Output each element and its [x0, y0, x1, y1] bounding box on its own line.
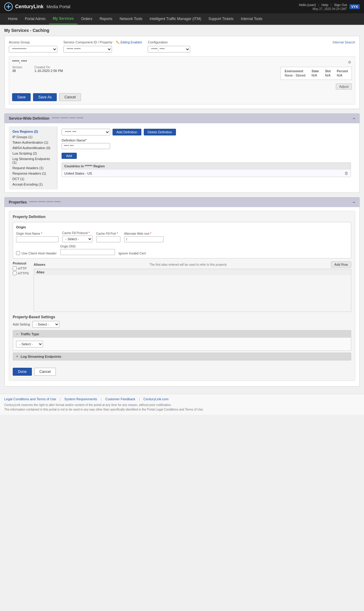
protocol-checkboxes: HTTP HTTPS [13, 266, 29, 275]
http-checkbox[interactable] [13, 266, 17, 270]
add-row-button[interactable]: Add Row [331, 261, 351, 268]
nav-itm[interactable]: Intelligent Traffic Manager (ITM) [146, 14, 205, 24]
ignore-invalid-cert-label: Ignore Invalid Cert [119, 251, 146, 255]
sidebar-item-response-headers[interactable]: Response Headers (1) [11, 171, 55, 176]
service-component-select[interactable]: ***** ***** [63, 46, 112, 53]
origin-host-input[interactable] [16, 236, 59, 242]
cache-fill-protocol-field: Cache Fill Protocol - Select - HTTP HTTP… [62, 231, 93, 242]
definition-name-input[interactable] [62, 143, 110, 149]
footer-centurylink-link[interactable]: CenturyLink.com [143, 397, 169, 401]
sidebar-item-log-streaming[interactable]: Log Streaming Endpoints (1) [11, 156, 55, 165]
swd-content-area: ***** *** Add Definition Delete Definiti… [57, 126, 355, 189]
sidebar-item-aws4[interactable]: AWS4 Authentification (0) [11, 145, 55, 151]
properties-collapse-button[interactable]: − [353, 200, 355, 205]
nav-support-tickets[interactable]: Support Tickets [205, 14, 237, 24]
footer-note1: CenturyLink reserves the right to alter … [4, 403, 360, 407]
nav-reports[interactable]: Reports [96, 14, 116, 24]
https-checkbox[interactable] [13, 271, 17, 275]
pbs-title: Property-Based Settings [13, 315, 351, 319]
sidebar-item-request-headers[interactable]: Request Headers (1) [11, 165, 55, 171]
sidebar-item-dct[interactable]: DCT (1) [11, 176, 55, 182]
prop-cancel-button[interactable]: Cancel [34, 368, 56, 376]
nav-internal-tools[interactable]: Internal Tools [237, 14, 266, 24]
properties-subtitle: ****** ****** ***** ***** [29, 200, 60, 204]
nav-network-tools[interactable]: Network Tools [116, 14, 146, 24]
alt-web-root-input[interactable] [124, 236, 163, 242]
alt-web-root-label: Alternate Web root [124, 232, 163, 235]
traffic-type-header[interactable]: − Traffic Type [13, 330, 351, 338]
cache-fill-port-input[interactable] [96, 236, 120, 242]
origin-dns-input[interactable] [60, 249, 115, 255]
adjust-button[interactable]: Adjust [336, 84, 352, 90]
aliases-header: Aliases The first alias entered will be … [34, 261, 351, 268]
delete-country-icon[interactable]: 🗑 [344, 171, 348, 176]
add-button[interactable]: Add [62, 153, 77, 159]
service-component-label: Service Component ID / Property [63, 40, 112, 44]
delete-definition-button[interactable]: Delete Definition [144, 129, 176, 135]
alias-row-1 [34, 282, 351, 290]
log-streaming-title: Log Streaming Endpoints [21, 355, 61, 358]
config-meta: Version 38 Created On 1-16-2020 2:56 PM [12, 66, 63, 73]
swd-def-dropdown[interactable]: ***** *** [62, 129, 110, 135]
log-streaming-toggle-icon: + [16, 354, 18, 359]
alias-row-4 [34, 304, 351, 312]
service-component-field: Service Component ID / Property ✏️ Editi… [63, 40, 142, 53]
nav-home[interactable]: Home [4, 14, 21, 24]
definition-name-label: Definition Name* [62, 138, 351, 142]
configuration-label: Configuration [148, 40, 190, 44]
done-button[interactable]: Done [13, 368, 32, 376]
add-setting-select[interactable]: - Select - [32, 321, 59, 328]
countries-table: Countries in ****** Region United States… [62, 162, 351, 177]
settings-icon[interactable]: ⚙ [348, 60, 351, 64]
aliases-table: Alias [34, 269, 351, 312]
configuration-select[interactable]: *****, **** [148, 46, 190, 53]
configuration-field: Configuration *****, **** [148, 40, 190, 53]
countries-header: Countries in ****** Region [62, 163, 351, 169]
page-title: My Services - Caching [4, 28, 360, 33]
nav-portal-admin[interactable]: Portal Admin [21, 14, 49, 24]
access-group-select[interactable]: *********** [9, 46, 57, 53]
add-definition-button[interactable]: Add Definition [113, 129, 141, 135]
swd-title-area: Service-Wide Definition ****** ****** **… [9, 116, 83, 121]
log-streaming-header[interactable]: + Log Streaming Endpoints [13, 353, 351, 360]
main-nav: Home Portal Admin My Services Orders Rep… [0, 13, 364, 25]
nav-orders[interactable]: Orders [77, 14, 96, 24]
slot-col: Slot N/A [325, 70, 331, 77]
swd-collapse-button[interactable]: − [353, 116, 355, 121]
swd-sidebar: Geo Regions (2) IP Groups (1) Token Auth… [9, 126, 57, 189]
sidebar-item-accept-encoding[interactable]: Accept-Encoding (1) [11, 182, 55, 187]
footer-system-link[interactable]: System Requirements [64, 397, 97, 401]
country-value-0: United States - US [64, 172, 92, 175]
traffic-type-title: Traffic Type [21, 332, 39, 336]
sidebar-item-geo-regions[interactable]: Geo Regions (2) [11, 129, 55, 134]
save-as-button[interactable]: Save As [33, 93, 57, 101]
swd-subtitle: ****** ****** ***** ***** [52, 117, 83, 120]
sidebar-item-token-auth[interactable]: Token Authentication (1) [11, 140, 55, 145]
http-label: HTTP [18, 267, 27, 270]
help-link[interactable]: Help [322, 3, 329, 7]
slot-value: N/A [325, 73, 331, 77]
sidebar-item-ip-groups[interactable]: IP Groups (1) [11, 134, 55, 140]
main-card: Internal Search Access Group ***********… [4, 36, 360, 109]
use-client-host-checkbox[interactable] [16, 251, 20, 255]
origin-host-field: Origin Host Name [16, 232, 59, 242]
http-protocol-row: HTTP [13, 266, 29, 270]
add-setting-row: Add Setting - Select - [13, 321, 351, 328]
access-group-field: Access Group *********** [9, 40, 57, 53]
sign-out-link[interactable]: Sign Out [334, 3, 347, 7]
footer-legal-link[interactable]: Legal Conditions and Terms of Use [4, 397, 56, 401]
cancel-button[interactable]: Cancel [59, 93, 81, 101]
footer-sep-3: | [139, 397, 140, 401]
bottom-buttons: Done Cancel [13, 365, 351, 377]
https-protocol-row: HTTPS [13, 271, 29, 275]
cache-fill-protocol-select[interactable]: - Select - HTTP HTTPS [62, 236, 93, 242]
config-section: *****, **** Version 38 Created On 1-16-2… [9, 56, 355, 104]
https-label: HTTPS [18, 271, 29, 275]
save-button[interactable]: Save [12, 93, 31, 101]
traffic-type-select[interactable]: - Select - [16, 341, 43, 347]
nav-my-services[interactable]: My Services [49, 13, 77, 24]
footer-feedback-link[interactable]: Customer Feedback [105, 397, 135, 401]
footer-sep-2: | [101, 397, 102, 401]
editing-enabled-badge: ✏️ Editing Enabled [116, 41, 142, 44]
sidebar-item-lua-scripting[interactable]: Lua Scripting (2) [11, 151, 55, 156]
